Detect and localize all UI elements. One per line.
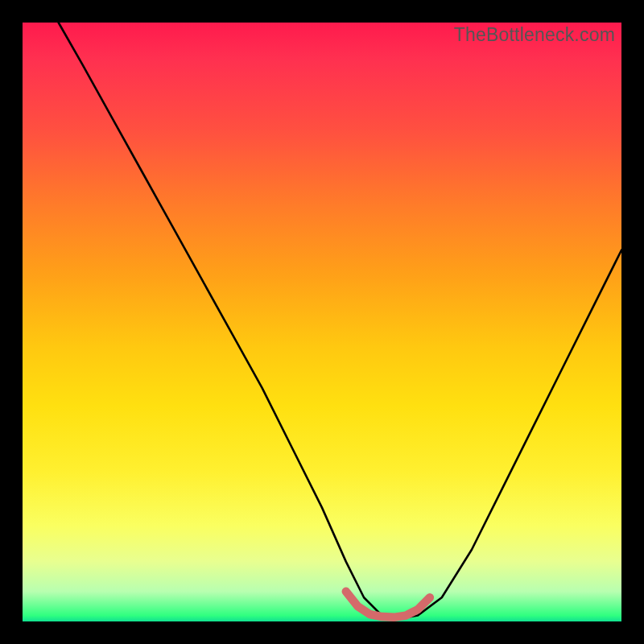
bottom-highlight [346, 592, 430, 617]
frame: TheBottleneck.com [0, 0, 644, 644]
watermark-text: TheBottleneck.com [454, 24, 615, 46]
bottleneck-curve [59, 23, 621, 618]
chart-svg [23, 23, 621, 621]
plot-area: TheBottleneck.com [23, 23, 621, 621]
